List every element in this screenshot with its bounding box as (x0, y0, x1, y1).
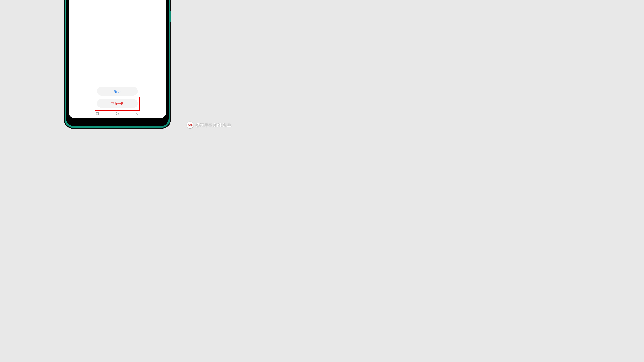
button-area: 备份 重置手机 (69, 87, 166, 111)
back-icon[interactable] (136, 112, 139, 115)
watermark-logo-text: 头条 (188, 124, 192, 126)
recent-apps-icon[interactable] (96, 112, 99, 115)
phone-screen: 备份 重置手机 (69, 0, 166, 118)
svg-rect-0 (96, 112, 98, 115)
svg-point-1 (116, 112, 119, 115)
backup-button-label: 备份 (114, 89, 121, 93)
reset-phone-button[interactable]: 重置手机 (97, 99, 138, 108)
phone-screen-bezel: 备份 重置手机 (66, 0, 168, 126)
watermark: 头条 @玩手机的张先生 (187, 122, 232, 128)
watermark-handle: @玩手机的张先生 (196, 122, 232, 128)
reset-phone-button-label: 重置手机 (110, 101, 124, 106)
watermark-logo-icon: 头条 (187, 122, 194, 128)
phone-device-frame: 备份 重置手机 (64, 0, 171, 129)
phone-frame-inner: 备份 重置手机 (64, 0, 170, 128)
phone-side-button (170, 11, 171, 22)
home-icon[interactable] (116, 112, 119, 115)
android-nav-bar (69, 110, 166, 117)
backup-button[interactable]: 备份 (97, 87, 138, 96)
